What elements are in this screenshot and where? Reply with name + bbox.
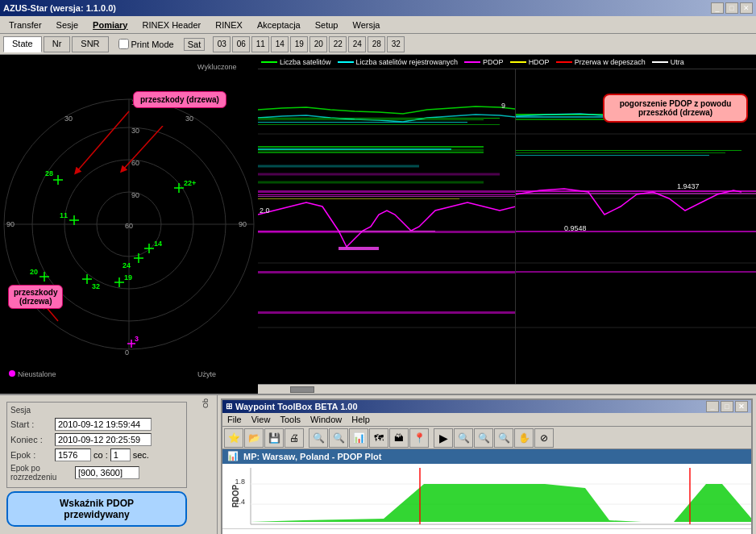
svg-rect-78 <box>339 231 435 232</box>
tab-nr[interactable]: Nr <box>44 36 71 52</box>
wp-tool-hand[interactable]: ✋ <box>514 428 534 448</box>
waypoint-icon: ⊞ <box>226 402 232 411</box>
legend-break: Przerwa w depeszach <box>556 58 646 66</box>
legend-hdop: HDOP <box>510 58 550 66</box>
svg-text:30: 30 <box>185 115 193 123</box>
svg-text:60: 60 <box>125 222 133 230</box>
wp-tool-open[interactable]: 📂 <box>244 428 264 448</box>
print-mode-input[interactable] <box>118 39 129 49</box>
print-mode-label: Print Mode <box>131 40 174 49</box>
horizontal-scrollbar[interactable] <box>258 384 756 394</box>
sat-buttons: 03 06 11 14 19 20 22 24 28 32 <box>213 36 405 52</box>
menu-rinex[interactable]: RINEX <box>208 18 250 32</box>
svg-text:32: 32 <box>92 282 100 290</box>
close-button[interactable]: ✕ <box>740 2 753 14</box>
wp-tool-chart[interactable]: 📊 <box>349 428 368 448</box>
wp-chart-title-text: MP: Warsaw, Poland - PDOP Plot <box>243 452 381 461</box>
svg-text:11: 11 <box>60 211 68 219</box>
wp-menu-file[interactable]: File <box>222 413 247 426</box>
svg-rect-90 <box>516 271 756 273</box>
svg-text:Nieustalone: Nieustalone <box>18 370 56 378</box>
toolbar: State Nr SNR Print Mode Sat 03 06 11 14 … <box>0 34 756 55</box>
waypoint-chart-title: 📊 MP: Warsaw, Poland - PDOP Plot <box>222 449 751 463</box>
sat-btn-03[interactable]: 03 <box>213 36 231 52</box>
wp-tool-zoom-in[interactable]: 🔍 <box>309 428 328 448</box>
tab-snr[interactable]: SNR <box>72 36 108 52</box>
wp-tool-map[interactable]: 🗺 <box>369 428 388 448</box>
pdop-callout-predicted: Wskaźnik PDOPprzewidywany <box>6 491 187 527</box>
wp-minimize[interactable]: _ <box>706 401 719 412</box>
wp-tool-save[interactable]: 💾 <box>264 428 284 448</box>
sat-btn-19[interactable]: 19 <box>290 36 308 52</box>
sat-btn-32[interactable]: 32 <box>387 36 405 52</box>
tab-state[interactable]: State <box>3 36 42 52</box>
svg-text:90: 90 <box>131 191 139 199</box>
print-mode-checkbox[interactable]: Print Mode <box>118 39 174 49</box>
maximize-button[interactable]: □ <box>725 2 738 14</box>
svg-text:Użyte: Użyte <box>197 370 216 378</box>
menu-akceptacja[interactable]: Akceptacja <box>250 18 308 32</box>
wp-tool-pin[interactable]: 📍 <box>409 428 429 448</box>
session-end-row: Koniec : <box>10 433 183 446</box>
wp-maximize[interactable]: □ <box>721 401 733 412</box>
sat-btn-28[interactable]: 28 <box>368 36 385 52</box>
bottom-panel: Sesja Start : Koniec : Epok : co : sec. … <box>0 394 756 534</box>
minimize-button[interactable]: _ <box>711 2 724 14</box>
sat-btn-06[interactable]: 06 <box>232 36 250 52</box>
menu-rinex-header[interactable]: RINEX Header <box>135 18 209 32</box>
sat-btn-14[interactable]: 14 <box>271 36 289 52</box>
session-epok-label: Epok : <box>10 450 55 460</box>
svg-text:9: 9 <box>501 102 505 110</box>
wp-menu-help[interactable]: Help <box>347 413 375 426</box>
session-box: Sesja Start : Koniec : Epok : co : sec. … <box>6 402 187 488</box>
svg-text:28: 28 <box>45 169 53 177</box>
sat-btn-20[interactable]: 20 <box>309 36 327 52</box>
sat-btn-11[interactable]: 11 <box>251 36 269 52</box>
sat-btn-24[interactable]: 24 <box>348 36 366 52</box>
svg-rect-68 <box>258 311 515 314</box>
menu-wersja[interactable]: Wersja <box>345 18 387 32</box>
svg-point-44 <box>9 370 15 377</box>
wp-tool-cancel[interactable]: ⊘ <box>534 428 554 448</box>
epok-ro-input[interactable] <box>75 466 139 479</box>
wp-tool-terrain[interactable]: 🏔 <box>389 428 409 448</box>
svg-rect-69 <box>339 247 379 250</box>
scrollbar-thumb[interactable] <box>290 386 314 393</box>
svg-rect-74 <box>258 194 515 195</box>
menu-transfer[interactable]: Transfer <box>2 18 49 32</box>
session-epok-row: Epok : co : sec. <box>10 448 183 461</box>
wp-tool-zoom-out[interactable]: 🔍 <box>329 428 348 448</box>
session-start-input[interactable] <box>55 418 152 431</box>
wp-tool-zoom1[interactable]: 🔍 <box>454 428 473 448</box>
menu-pomiary[interactable]: Pomiary <box>85 18 135 32</box>
svg-rect-65 <box>258 190 515 193</box>
menu-setup[interactable]: Setup <box>308 18 346 32</box>
svg-rect-72 <box>258 122 467 123</box>
waypoint-menubar: File View Tools Window Help <box>222 413 751 428</box>
waypoint-chart: PDOP 1.8 1.4 <box>222 464 751 528</box>
svg-text:60: 60 <box>131 159 139 167</box>
wp-tool-star[interactable]: ⭐ <box>224 428 243 448</box>
session-co-input[interactable] <box>110 448 131 461</box>
svg-text:30: 30 <box>64 115 73 123</box>
wp-chart-icon: 📊 <box>227 451 239 461</box>
epok-ro-row: Epok po rozrzedzeniu <box>10 464 183 482</box>
menu-sesje[interactable]: Sesje <box>49 18 86 32</box>
wp-menu-view[interactable]: View <box>247 413 276 426</box>
wp-close[interactable]: ✕ <box>735 401 748 412</box>
wp-menu-tools[interactable]: Tools <box>275 413 305 426</box>
sat-btn-22[interactable]: 22 <box>329 36 347 52</box>
waypoint-title: Waypoint ToolBox BETA 1.00 <box>235 402 358 411</box>
wp-tool-cursor[interactable]: ▶ <box>434 428 453 448</box>
session-end-input[interactable] <box>55 433 152 446</box>
wp-tool-zoom2[interactable]: 🔍 <box>474 428 493 448</box>
svg-rect-63 <box>258 148 451 150</box>
wp-menu-window[interactable]: Window <box>305 413 347 426</box>
svg-rect-76 <box>258 198 459 199</box>
session-epok-input[interactable] <box>55 448 91 461</box>
svg-text:22+: 22+ <box>184 179 196 187</box>
wp-tool-zoom3[interactable]: 🔍 <box>494 428 513 448</box>
svg-rect-70 <box>258 118 500 119</box>
wp-tool-print[interactable]: 🖨 <box>285 428 304 448</box>
svg-rect-87 <box>516 190 756 192</box>
